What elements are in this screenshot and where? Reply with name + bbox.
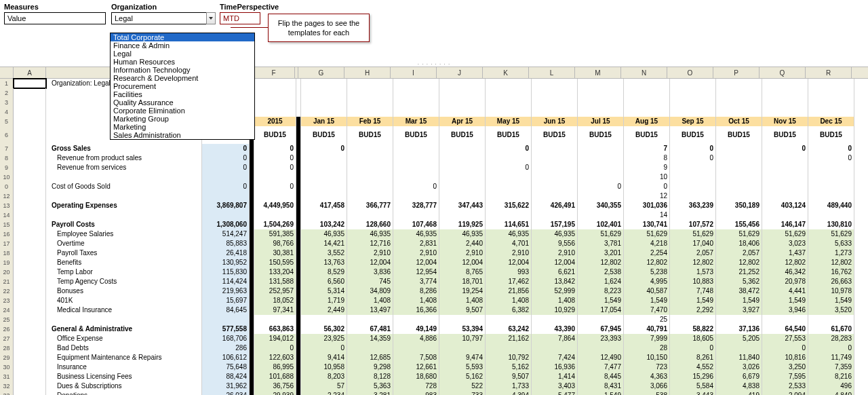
col-header[interactable]: H — [344, 67, 391, 78]
val-month[interactable]: 8,431 — [578, 381, 624, 391]
val-2014[interactable]: 0 — [202, 144, 250, 153]
cell[interactable] — [296, 172, 301, 182]
val-month[interactable] — [578, 153, 624, 163]
val-2014[interactable]: 286 — [202, 343, 250, 353]
val-month[interactable] — [532, 343, 578, 353]
val-2014[interactable]: 0 — [202, 163, 250, 172]
cell[interactable] — [301, 79, 347, 88]
val-month[interactable]: 46,342 — [762, 267, 808, 277]
val-2014[interactable]: 31,962 — [202, 381, 250, 391]
cell[interactable] — [250, 144, 254, 153]
val-month[interactable] — [532, 191, 578, 201]
val-month[interactable]: 18,680 — [393, 372, 439, 381]
val-month[interactable]: 16,366 — [393, 305, 439, 315]
val-month[interactable]: 723 — [624, 362, 670, 372]
val-month[interactable]: 7,359 — [808, 362, 854, 372]
val-month[interactable] — [532, 172, 578, 182]
row-label[interactable]: Donations — [46, 391, 202, 395]
val-month[interactable] — [578, 191, 624, 201]
val-month[interactable]: 14,359 — [347, 334, 393, 343]
col-header[interactable]: Q — [760, 67, 806, 78]
dropdown-item[interactable]: Facilities — [111, 90, 254, 98]
val-2014[interactable]: 15,697 — [202, 296, 250, 305]
row-header[interactable]: 5 — [0, 117, 14, 126]
val-month[interactable]: 1,549 — [808, 296, 854, 305]
val-month[interactable]: 12,004 — [532, 258, 578, 267]
val-month[interactable] — [532, 182, 578, 191]
val-month[interactable]: 12,004 — [347, 258, 393, 267]
val-month[interactable]: 12,802 — [578, 258, 624, 267]
val-month[interactable]: 5,162 — [439, 372, 486, 381]
val-month[interactable] — [808, 315, 854, 324]
dropdown-item[interactable]: Legal — [111, 50, 254, 58]
row-header[interactable]: 32 — [0, 381, 14, 391]
val-month[interactable] — [716, 153, 762, 163]
val-month[interactable]: 11,749 — [808, 353, 854, 362]
col-header[interactable]: O — [667, 67, 713, 78]
val-month[interactable]: 9,474 — [439, 353, 486, 362]
cell[interactable] — [296, 277, 301, 286]
val-month[interactable]: 5,362 — [716, 277, 762, 286]
val-month[interactable]: 1,408 — [486, 296, 532, 305]
row-header[interactable]: 33 — [0, 391, 14, 395]
month-header[interactable]: Mar 15 — [393, 117, 439, 126]
val-month[interactable]: 1,273 — [808, 248, 854, 258]
val-month[interactable]: 64,540 — [762, 324, 808, 334]
cell[interactable] — [250, 229, 254, 239]
val-month[interactable]: 12,802 — [808, 258, 854, 267]
val-month[interactable]: 7,508 — [393, 353, 439, 362]
val-month[interactable] — [716, 191, 762, 201]
val-month[interactable]: 114,651 — [486, 220, 532, 229]
row-label[interactable]: 401K — [46, 296, 202, 305]
val-month[interactable]: 10,797 — [439, 334, 486, 343]
val-month[interactable] — [532, 210, 578, 220]
bud-header[interactable]: BUD15 — [762, 126, 808, 144]
cell[interactable] — [808, 98, 854, 107]
val-month[interactable]: 3,443 — [670, 391, 716, 395]
val-month[interactable]: 58,822 — [670, 324, 716, 334]
val-month[interactable] — [578, 210, 624, 220]
val-month[interactable]: 489,440 — [808, 201, 854, 210]
val-month[interactable]: 3,946 — [762, 305, 808, 315]
cell[interactable] — [296, 79, 301, 88]
val-2015[interactable]: 86,995 — [254, 362, 296, 372]
val-month[interactable] — [439, 172, 486, 182]
cell[interactable] — [250, 315, 254, 324]
val-2014[interactable] — [202, 191, 250, 201]
row-header[interactable]: 13 — [0, 201, 14, 210]
val-2014[interactable]: 114,424 — [202, 277, 250, 286]
bud-header[interactable]: BUD15 — [301, 126, 347, 144]
val-month[interactable]: 12,802 — [762, 258, 808, 267]
cell[interactable] — [296, 372, 301, 381]
val-month[interactable]: 7,864 — [532, 334, 578, 343]
val-month[interactable] — [301, 153, 347, 163]
cell[interactable] — [250, 248, 254, 258]
val-month[interactable] — [393, 153, 439, 163]
val-month[interactable]: 40,791 — [624, 324, 670, 334]
val-month[interactable] — [670, 172, 716, 182]
cell[interactable] — [296, 315, 301, 324]
val-month[interactable]: 3,026 — [716, 362, 762, 372]
cell[interactable] — [14, 210, 46, 220]
cell[interactable] — [439, 88, 486, 98]
cell[interactable] — [296, 267, 301, 277]
val-month[interactable] — [486, 172, 532, 182]
val-month[interactable] — [347, 163, 393, 172]
val-month[interactable]: 4,838 — [716, 381, 762, 391]
val-month[interactable]: 6,621 — [532, 267, 578, 277]
cell[interactable] — [14, 305, 46, 315]
month-header[interactable]: Dec 15 — [808, 117, 854, 126]
timeperspective-input[interactable] — [220, 12, 260, 24]
val-2014[interactable]: 168,706 — [202, 334, 250, 343]
val-month[interactable]: 7,999 — [624, 334, 670, 343]
val-month[interactable] — [347, 182, 393, 191]
val-month[interactable] — [578, 315, 624, 324]
val-month[interactable]: 0 — [808, 343, 854, 353]
dropdown-item[interactable]: Marketing — [111, 123, 254, 131]
val-month[interactable]: 40,587 — [624, 286, 670, 296]
val-month[interactable]: 1,719 — [301, 296, 347, 305]
cell[interactable] — [14, 153, 46, 163]
row-header[interactable]: 30 — [0, 362, 14, 372]
val-month[interactable]: 8,286 — [393, 286, 439, 296]
val-month[interactable] — [808, 191, 854, 201]
